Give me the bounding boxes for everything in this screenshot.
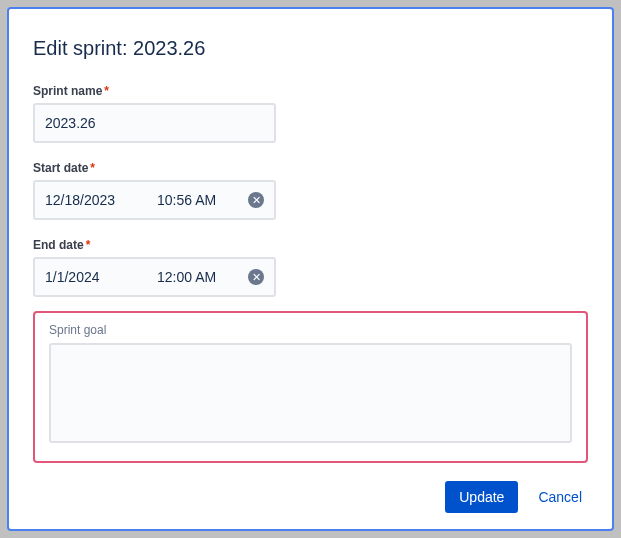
required-indicator: * <box>86 238 91 252</box>
end-date-label: End date* <box>33 238 588 252</box>
end-date-input[interactable] <box>35 269 153 285</box>
end-date-group: ✕ <box>33 257 276 297</box>
sprint-name-label-text: Sprint name <box>33 84 102 98</box>
clear-icon[interactable]: ✕ <box>248 192 264 208</box>
sprint-name-field: Sprint name* <box>33 84 588 143</box>
sprint-goal-label: Sprint goal <box>49 323 572 337</box>
required-indicator: * <box>104 84 109 98</box>
sprint-name-input[interactable] <box>33 103 276 143</box>
cancel-button[interactable]: Cancel <box>532 481 588 513</box>
end-time-input[interactable] <box>153 269 238 285</box>
end-date-field: End date* ✕ <box>33 238 588 297</box>
sprint-name-label: Sprint name* <box>33 84 588 98</box>
edit-sprint-modal: Edit sprint: 2023.26 Sprint name* Start … <box>7 7 614 531</box>
button-row: Update Cancel <box>33 481 588 513</box>
modal-title: Edit sprint: 2023.26 <box>33 37 588 60</box>
start-date-field: Start date* ✕ <box>33 161 588 220</box>
start-date-label: Start date* <box>33 161 588 175</box>
update-button[interactable]: Update <box>445 481 518 513</box>
start-date-group: ✕ <box>33 180 276 220</box>
required-indicator: * <box>90 161 95 175</box>
clear-icon[interactable]: ✕ <box>248 269 264 285</box>
sprint-goal-highlight: Sprint goal <box>33 311 588 463</box>
sprint-goal-textarea[interactable] <box>49 343 572 443</box>
start-date-label-text: Start date <box>33 161 88 175</box>
end-date-label-text: End date <box>33 238 84 252</box>
start-time-input[interactable] <box>153 192 238 208</box>
start-date-input[interactable] <box>35 192 153 208</box>
